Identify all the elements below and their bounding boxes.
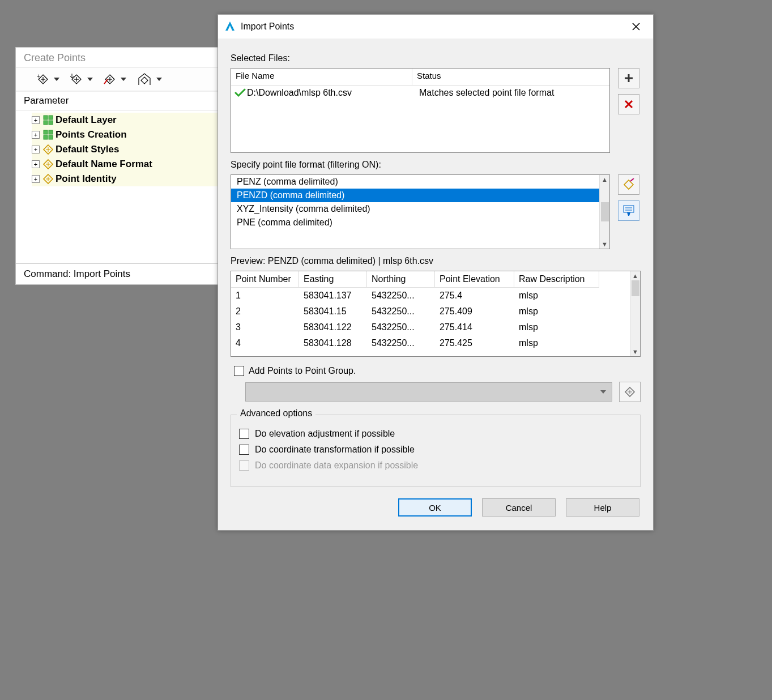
preview-row: 2 583041.15 5432250... 275.409 mlsp bbox=[231, 304, 630, 319]
selected-files-label: Selected Files: bbox=[231, 53, 641, 63]
style-icon bbox=[42, 143, 54, 156]
preview-row: 1 583041.137 5432250... 275.4 mlsp bbox=[231, 288, 630, 304]
tool-point-house[interactable] bbox=[137, 72, 162, 86]
col-description[interactable]: Raw Description bbox=[514, 271, 599, 288]
close-button[interactable] bbox=[622, 16, 650, 37]
expand-icon[interactable]: + bbox=[32, 175, 40, 183]
scroll-down-icon[interactable]: ▼ bbox=[632, 348, 638, 355]
svg-text:+: + bbox=[37, 73, 40, 79]
tree-label: Points Creation bbox=[56, 129, 127, 140]
dialog-titlebar: Import Points bbox=[218, 15, 653, 39]
format-item[interactable]: PNE (comma delimited) bbox=[231, 216, 599, 229]
file-status: Matches selected point file format bbox=[415, 88, 607, 98]
svg-rect-11 bbox=[49, 121, 53, 125]
preview-row: 3 583041.122 5432250... 275.414 mlsp bbox=[231, 319, 630, 335]
tree-label: Default Styles bbox=[56, 144, 119, 155]
svg-rect-12 bbox=[44, 130, 48, 134]
point-group-select bbox=[245, 382, 612, 402]
format-item[interactable]: XYZ_Intensity (comma delimited) bbox=[231, 202, 599, 216]
filter-format-button[interactable] bbox=[618, 200, 639, 221]
preview-row: 4 583041.128 5432250... 275.425 mlsp bbox=[231, 335, 630, 351]
add-to-group-label: Add Points to Point Group. bbox=[249, 366, 356, 376]
tool-point-down[interactable] bbox=[70, 72, 93, 86]
selected-files-listbox[interactable]: File Name Status D:\Download\mlsp 6th.cs… bbox=[231, 68, 610, 153]
scroll-up-icon[interactable]: ▲ bbox=[602, 176, 608, 183]
checkbox-icon bbox=[239, 460, 249, 471]
expand-icon[interactable]: + bbox=[32, 146, 40, 153]
col-northing[interactable]: Northing bbox=[367, 271, 435, 288]
import-points-dialog: Import Points Selected Files: File Name … bbox=[217, 14, 654, 531]
svg-rect-28 bbox=[624, 206, 634, 212]
format-label: Specify point file format (filtering ON)… bbox=[231, 160, 641, 170]
col-easting[interactable]: Easting bbox=[299, 271, 367, 288]
checkbox-icon[interactable] bbox=[239, 445, 249, 455]
svg-rect-9 bbox=[49, 116, 53, 119]
expand-icon[interactable]: + bbox=[32, 131, 40, 139]
scroll-thumb[interactable] bbox=[601, 202, 609, 221]
preview-label: Preview: PENZD (comma delimited) | mlsp … bbox=[231, 256, 641, 266]
scroll-down-icon[interactable]: ▼ bbox=[602, 241, 608, 247]
format-item[interactable]: PENZ (comma delimited) bbox=[231, 175, 599, 189]
help-button[interactable]: Help bbox=[566, 498, 639, 517]
svg-rect-13 bbox=[49, 130, 53, 134]
file-name: D:\Download\mlsp 6th.csv bbox=[247, 88, 415, 98]
tree-label: Default Layer bbox=[56, 114, 117, 126]
dialog-title: Import Points bbox=[241, 22, 618, 32]
layer-icon bbox=[42, 114, 54, 126]
checkbox-icon[interactable] bbox=[234, 366, 244, 376]
scroll-thumb[interactable] bbox=[632, 280, 639, 296]
tree-label: Default Name Format bbox=[56, 159, 152, 170]
svg-rect-15 bbox=[49, 135, 53, 139]
svg-rect-8 bbox=[44, 116, 48, 119]
expand-icon[interactable]: + bbox=[32, 160, 40, 168]
format-listbox[interactable]: PENZ (comma delimited) PENZD (comma deli… bbox=[231, 174, 610, 249]
scroll-up-icon[interactable]: ▲ bbox=[632, 272, 638, 279]
app-icon bbox=[224, 20, 236, 34]
style-icon bbox=[42, 173, 54, 185]
check-icon bbox=[233, 88, 247, 97]
opt-coord-transform[interactable]: Do coordinate transformation if possible bbox=[239, 445, 632, 455]
ok-button[interactable]: OK bbox=[398, 498, 472, 517]
tool-point-red[interactable] bbox=[103, 72, 126, 86]
preview-table: Point Number Easting Northing Point Elev… bbox=[231, 271, 641, 357]
format-item-selected[interactable]: PENZD (comma delimited) bbox=[231, 189, 599, 202]
tree-label: Point Identity bbox=[56, 173, 117, 185]
advanced-options-fieldset: Advanced options Do elevation adjustment… bbox=[231, 415, 641, 487]
add-file-button[interactable] bbox=[618, 68, 639, 88]
layer-icon bbox=[42, 129, 54, 141]
style-icon bbox=[42, 158, 54, 170]
svg-rect-14 bbox=[44, 135, 48, 139]
file-name-header[interactable]: File Name bbox=[231, 69, 412, 86]
col-elevation[interactable]: Point Elevation bbox=[435, 271, 514, 288]
opt-coord-expansion: Do coordinate data expansion if possible bbox=[239, 460, 632, 471]
expand-icon[interactable]: + bbox=[32, 116, 40, 124]
status-header[interactable]: Status bbox=[412, 69, 609, 86]
checkbox-icon[interactable] bbox=[239, 429, 249, 439]
add-to-group-checkbox[interactable]: Add Points to Point Group. bbox=[234, 366, 641, 376]
pick-point-group-button bbox=[619, 382, 641, 402]
opt-elevation-adjust[interactable]: Do elevation adjustment if possible bbox=[239, 429, 632, 439]
edit-format-button[interactable] bbox=[618, 174, 639, 195]
advanced-legend: Advanced options bbox=[237, 408, 315, 419]
remove-file-button[interactable] bbox=[618, 94, 639, 114]
svg-rect-10 bbox=[44, 121, 48, 125]
scrollbar[interactable]: ▲ ▼ bbox=[630, 271, 640, 356]
cancel-button[interactable]: Cancel bbox=[482, 498, 556, 517]
scrollbar[interactable]: ▲ ▼ bbox=[599, 175, 609, 249]
file-entry[interactable]: D:\Download\mlsp 6th.csv Matches selecte… bbox=[231, 86, 609, 100]
tool-point-plus-1[interactable]: + bbox=[36, 72, 59, 86]
col-point-number[interactable]: Point Number bbox=[231, 271, 299, 288]
